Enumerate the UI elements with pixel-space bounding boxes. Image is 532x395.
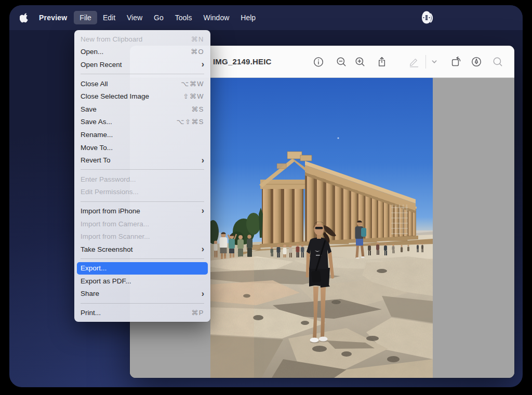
menu-item-label: Export... <box>81 264 204 272</box>
submenu-chevron-icon: › <box>202 290 204 298</box>
menu-item-import-from-iphone[interactable]: Import from iPhone› <box>77 205 208 217</box>
menu-item-label: Export as PDF... <box>81 277 204 285</box>
menu-item-label: Close All <box>81 80 181 88</box>
menu-item-enter-password: Enter Password... <box>77 173 208 186</box>
menu-item-move-to[interactable]: Move To... <box>77 141 208 154</box>
menu-item-label: Open... <box>81 48 191 56</box>
menu-separator <box>81 74 204 74</box>
menubar-item-help[interactable]: Help <box>235 11 261 24</box>
menu-item-label: Revert To <box>81 156 202 164</box>
menu-item-shortcut: ⌘O <box>191 48 204 56</box>
menu-item-edit-permissions: Edit Permissions... <box>77 186 208 199</box>
desktop: Preview FileEditViewGoToolsWindowHelp IM… <box>9 5 523 387</box>
menu-item-label: Share <box>81 290 202 297</box>
submenu-chevron-icon: › <box>202 207 204 215</box>
info-icon[interactable] <box>312 56 325 68</box>
menu-item-label: Close Selected Image <box>81 92 183 100</box>
submenu-chevron-icon: › <box>202 60 204 69</box>
rotate-icon[interactable] <box>450 56 462 68</box>
menu-item-label: New from Clipboard <box>81 35 191 43</box>
menu-separator <box>81 169 204 170</box>
menu-item-close-selected-image[interactable]: Close Selected Image⇧⌘W <box>77 90 208 103</box>
menu-item-revert-to[interactable]: Revert To› <box>77 154 208 167</box>
menubar-item-go[interactable]: Go <box>148 11 169 24</box>
menu-item-share[interactable]: Share› <box>77 288 208 301</box>
menu-item-shortcut: ⌘N <box>191 35 204 43</box>
menu-item-shortcut: ⌘P <box>191 309 204 317</box>
menubar-item-window[interactable]: Window <box>197 11 235 24</box>
zoom-out-icon[interactable] <box>335 56 348 68</box>
menu-item-import-from-camera: Import from Camera... <box>77 217 208 230</box>
menu-item-import-from-scanner: Import from Scanner... <box>77 230 208 243</box>
menu-item-save[interactable]: Save⌘S <box>77 103 208 116</box>
menu-item-label: Open Recent <box>81 61 202 69</box>
menu-item-open[interactable]: Open...⌘O <box>77 46 208 59</box>
menu-item-label: Take Screenshot <box>81 246 202 253</box>
menu-item-save-as[interactable]: Save As...⌥⇧⌘S <box>77 116 208 129</box>
file-menu-dropdown: New from Clipboard⌘NOpen...⌘OOpen Recent… <box>74 30 210 322</box>
menu-separator <box>81 303 204 304</box>
menu-item-shortcut: ⌥⇧⌘S <box>176 118 204 126</box>
menu-item-shortcut: ⇧⌘W <box>183 92 204 100</box>
egg-timer-status-icon[interactable] <box>420 10 433 25</box>
toolbar-divider <box>425 55 426 69</box>
menubar-app-name[interactable]: Preview <box>39 13 67 22</box>
menu-item-new-from-clipboard: New from Clipboard⌘N <box>77 33 208 46</box>
menu-item-label: Rename... <box>81 131 204 139</box>
zoom-in-icon[interactable] <box>354 56 366 68</box>
menubar-item-edit[interactable]: Edit <box>97 11 121 24</box>
menu-item-open-recent[interactable]: Open Recent› <box>77 58 208 71</box>
submenu-chevron-icon: › <box>202 156 204 165</box>
menu-item-label: Import from iPhone <box>81 207 202 215</box>
photo-canvas <box>210 78 433 378</box>
window-title: IMG_2149.HEIC <box>213 57 272 66</box>
menu-item-label: Save <box>81 105 191 113</box>
menu-item-take-screenshot[interactable]: Take Screenshot› <box>77 243 208 256</box>
menu-item-print[interactable]: Print...⌘P <box>77 306 208 319</box>
submenu-chevron-icon: › <box>202 245 204 253</box>
menu-item-label: Print... <box>81 309 191 317</box>
menu-bar: Preview FileEditViewGoToolsWindowHelp <box>9 5 523 30</box>
menu-item-rename[interactable]: Rename... <box>77 128 208 141</box>
menu-item-export[interactable]: Export... <box>77 262 208 275</box>
menu-item-label: Move To... <box>81 144 204 152</box>
menu-separator <box>81 201 204 202</box>
menu-item-label: Enter Password... <box>81 175 204 183</box>
menu-item-shortcut: ⌘S <box>191 105 204 113</box>
menu-item-close-all[interactable]: Close All⌥⌘W <box>77 77 208 90</box>
menu-separator <box>81 258 204 259</box>
menu-item-label: Import from Camera... <box>81 220 204 228</box>
share-icon[interactable] <box>376 56 388 68</box>
menubar-item-view[interactable]: View <box>121 11 148 24</box>
chevron-down-icon[interactable] <box>428 56 441 68</box>
search-icon[interactable] <box>491 56 504 68</box>
menubar-items: FileEditViewGoToolsWindowHelp <box>74 11 261 24</box>
menu-item-label: Save As... <box>81 118 176 126</box>
menubar-item-file[interactable]: File <box>74 11 97 24</box>
menu-item-export-as-pdf[interactable]: Export as PDF... <box>77 275 208 288</box>
apple-menu-icon[interactable] <box>20 12 29 23</box>
menubar-item-tools[interactable]: Tools <box>169 11 198 24</box>
menu-item-label: Edit Permissions... <box>81 188 204 196</box>
menu-item-shortcut: ⌥⌘W <box>181 80 204 88</box>
photo <box>210 78 433 378</box>
annotate-pen-icon[interactable] <box>470 56 483 68</box>
markup-pencil-icon <box>408 56 420 68</box>
menu-item-label: Import from Scanner... <box>81 233 204 240</box>
